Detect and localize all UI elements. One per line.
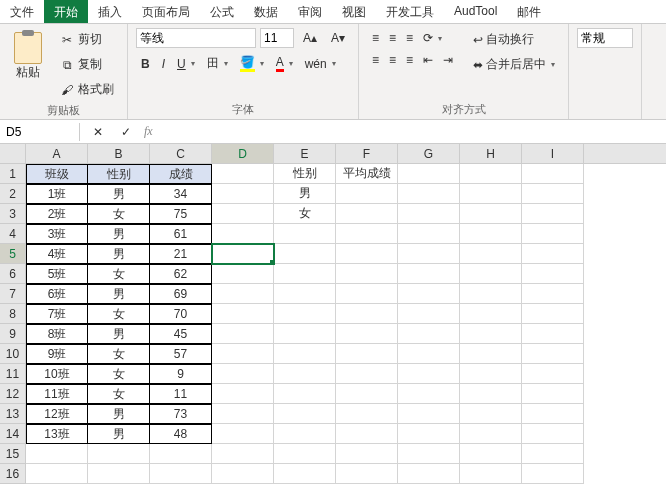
menu-tab-公式[interactable]: 公式 — [200, 0, 244, 23]
row-header-1[interactable]: 1 — [0, 164, 25, 184]
cell-G14[interactable] — [398, 424, 460, 444]
menu-tab-文件[interactable]: 文件 — [0, 0, 44, 23]
cell-F10[interactable] — [336, 344, 398, 364]
align-bottom-button[interactable]: ≡ — [401, 28, 418, 48]
cell-H6[interactable] — [460, 264, 522, 284]
name-box[interactable] — [0, 123, 80, 141]
column-header-F[interactable]: F — [336, 144, 398, 163]
cell-E2[interactable]: 男 — [274, 184, 336, 204]
font-name-select[interactable] — [136, 28, 256, 48]
cell-E14[interactable] — [274, 424, 336, 444]
cell-F5[interactable] — [336, 244, 398, 264]
cell-I1[interactable] — [522, 164, 584, 184]
cell-C11[interactable]: 9 — [150, 364, 212, 384]
align-middle-button[interactable]: ≡ — [384, 28, 401, 48]
accept-formula-button[interactable]: ✓ — [116, 122, 136, 142]
cell-H7[interactable] — [460, 284, 522, 304]
number-format-select[interactable] — [577, 28, 633, 48]
cell-A6[interactable]: 5班 — [26, 264, 88, 284]
cell-A11[interactable]: 10班 — [26, 364, 88, 384]
cell-I6[interactable] — [522, 264, 584, 284]
cell-D9[interactable] — [212, 324, 274, 344]
cell-B10[interactable]: 女 — [88, 344, 150, 364]
cells-area[interactable]: 班级性别成绩性别平均成绩1班男34男2班女75女3班男614班男215班女626… — [26, 164, 666, 484]
cell-E12[interactable] — [274, 384, 336, 404]
menu-tab-页面布局[interactable]: 页面布局 — [132, 0, 200, 23]
cell-I12[interactable] — [522, 384, 584, 404]
cell-A12[interactable]: 11班 — [26, 384, 88, 404]
formula-input[interactable] — [161, 122, 666, 141]
cell-I10[interactable] — [522, 344, 584, 364]
cell-I8[interactable] — [522, 304, 584, 324]
cell-B3[interactable]: 女 — [88, 204, 150, 224]
cell-C8[interactable]: 70 — [150, 304, 212, 324]
merge-center-button[interactable]: ⬌合并后居中▾ — [468, 53, 560, 76]
cell-B1[interactable]: 性别 — [88, 164, 150, 184]
orientation-button[interactable]: ⟳▾ — [418, 28, 447, 48]
align-left-button[interactable]: ≡ — [367, 50, 384, 70]
menu-tab-AudTool[interactable]: AudTool — [444, 0, 507, 23]
column-header-B[interactable]: B — [88, 144, 150, 163]
cell-C12[interactable]: 11 — [150, 384, 212, 404]
format-painter-button[interactable]: 🖌格式刷 — [54, 78, 119, 101]
cell-C16[interactable] — [150, 464, 212, 484]
cell-G11[interactable] — [398, 364, 460, 384]
cell-B5[interactable]: 男 — [88, 244, 150, 264]
cell-A3[interactable]: 2班 — [26, 204, 88, 224]
row-header-5[interactable]: 5 — [0, 244, 25, 264]
decrease-font-button[interactable]: A▾ — [326, 28, 350, 48]
cell-C13[interactable]: 73 — [150, 404, 212, 424]
cell-A1[interactable]: 班级 — [26, 164, 88, 184]
cell-H14[interactable] — [460, 424, 522, 444]
row-header-8[interactable]: 8 — [0, 304, 25, 324]
cell-D12[interactable] — [212, 384, 274, 404]
cell-D13[interactable] — [212, 404, 274, 424]
cell-E13[interactable] — [274, 404, 336, 424]
cell-E4[interactable] — [274, 224, 336, 244]
cell-H10[interactable] — [460, 344, 522, 364]
align-top-button[interactable]: ≡ — [367, 28, 384, 48]
indent-increase-button[interactable]: ⇥ — [438, 50, 458, 70]
cell-H15[interactable] — [460, 444, 522, 464]
cell-E5[interactable] — [274, 244, 336, 264]
cell-C15[interactable] — [150, 444, 212, 464]
row-header-16[interactable]: 16 — [0, 464, 25, 484]
cell-F6[interactable] — [336, 264, 398, 284]
cell-G6[interactable] — [398, 264, 460, 284]
cell-D11[interactable] — [212, 364, 274, 384]
cell-E8[interactable] — [274, 304, 336, 324]
row-header-11[interactable]: 11 — [0, 364, 25, 384]
cell-D7[interactable] — [212, 284, 274, 304]
row-header-10[interactable]: 10 — [0, 344, 25, 364]
cell-A8[interactable]: 7班 — [26, 304, 88, 324]
cell-E15[interactable] — [274, 444, 336, 464]
bold-button[interactable]: B — [136, 52, 155, 75]
font-size-select[interactable] — [260, 28, 294, 48]
cell-G2[interactable] — [398, 184, 460, 204]
cell-B8[interactable]: 女 — [88, 304, 150, 324]
cell-B16[interactable] — [88, 464, 150, 484]
cell-B14[interactable]: 男 — [88, 424, 150, 444]
cell-G5[interactable] — [398, 244, 460, 264]
cell-D16[interactable] — [212, 464, 274, 484]
cell-A7[interactable]: 6班 — [26, 284, 88, 304]
fx-icon[interactable]: fx — [144, 124, 153, 139]
menu-tab-邮件[interactable]: 邮件 — [507, 0, 551, 23]
border-button[interactable]: 田▾ — [202, 52, 233, 75]
cell-E11[interactable] — [274, 364, 336, 384]
cell-G15[interactable] — [398, 444, 460, 464]
cell-G7[interactable] — [398, 284, 460, 304]
cell-E3[interactable]: 女 — [274, 204, 336, 224]
cell-F7[interactable] — [336, 284, 398, 304]
indent-decrease-button[interactable]: ⇤ — [418, 50, 438, 70]
cell-H2[interactable] — [460, 184, 522, 204]
column-header-E[interactable]: E — [274, 144, 336, 163]
cell-I2[interactable] — [522, 184, 584, 204]
menu-tab-数据[interactable]: 数据 — [244, 0, 288, 23]
cell-B13[interactable]: 男 — [88, 404, 150, 424]
cell-A2[interactable]: 1班 — [26, 184, 88, 204]
cell-I11[interactable] — [522, 364, 584, 384]
phonetic-button[interactable]: wén▾ — [300, 52, 341, 75]
cell-A16[interactable] — [26, 464, 88, 484]
wrap-text-button[interactable]: ↩自动换行 — [468, 28, 560, 51]
